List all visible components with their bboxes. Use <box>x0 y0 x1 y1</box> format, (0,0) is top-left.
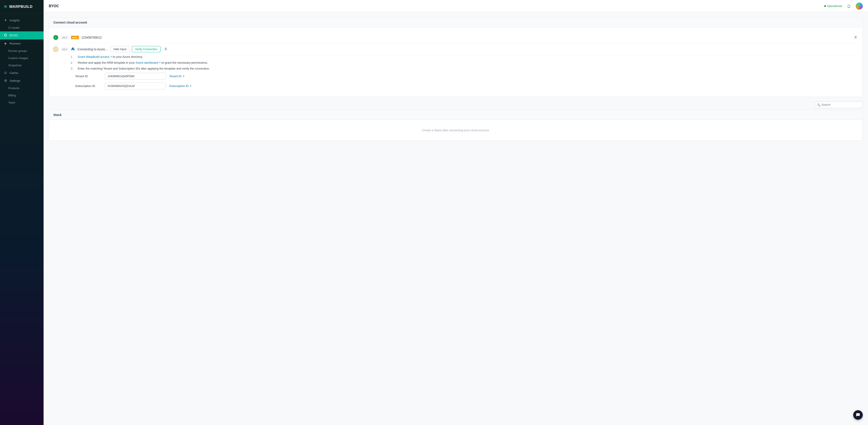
sidebar-item-label: Runners <box>9 42 21 45</box>
logo-icon: ✳ <box>3 4 7 9</box>
aws-provider-logo: aws <box>71 36 79 39</box>
status-dot <box>824 5 826 7</box>
step-number-1: 1 <box>71 55 75 58</box>
settings-icon: ⚙ <box>3 79 7 83</box>
connected-icon: ✓ <box>53 35 58 40</box>
card-header: Connect cloud account <box>49 18 863 27</box>
sidebar-item-products[interactable]: Products <box>0 85 43 92</box>
aws-version-badge: v1.1 <box>61 36 68 39</box>
connect-cloud-account-card: Connect cloud account ✓ v1.1 aws 1234567… <box>49 18 863 97</box>
sidebar-item-label: Runner groups <box>8 49 27 53</box>
byoc-icon <box>3 33 7 37</box>
sidebar-item-ci-health[interactable]: CI health <box>0 24 43 31</box>
topbar: BYOC Operational <box>43 0 868 12</box>
card-body: ✓ v1.1 aws 123456789012 <box>49 27 863 97</box>
step-number-2: 2 <box>71 61 75 64</box>
sidebar-item-label: Settings <box>9 79 20 82</box>
doc-icon[interactable] <box>845 3 852 9</box>
sidebar: ✳ WARPBUILD ✦ Insights CI health BYOC ◈ … <box>0 0 43 425</box>
chat-button[interactable] <box>853 410 863 420</box>
grant-warpbuild-link[interactable]: Grant WarpBuild access ↗ <box>78 55 112 58</box>
step-1-text: Grant WarpBuild access ↗ to your Azure d… <box>78 55 143 58</box>
sidebar-nav: ✦ Insights CI health BYOC ◈ Runners Runn… <box>0 14 43 425</box>
sidebar-item-insights[interactable]: ✦ Insights <box>0 16 43 24</box>
logo: ✳ WARPBUILD <box>0 0 43 14</box>
delete-azure-button[interactable] <box>163 46 168 52</box>
sidebar-item-byoc[interactable]: BYOC <box>0 31 43 39</box>
azure-connecting-text: Connecting to Azure... <box>78 48 107 51</box>
avatar[interactable] <box>856 3 863 9</box>
sidebar-item-label: Team <box>8 101 15 104</box>
tenant-id-input[interactable] <box>105 73 166 80</box>
sidebar-item-label: BYOC <box>9 34 18 37</box>
search-icon: 🔍 <box>817 103 820 107</box>
runners-icon: ◈ <box>3 41 7 45</box>
insights-icon: ✦ <box>3 18 7 22</box>
sidebar-item-label: Custom Images <box>8 56 28 60</box>
aws-account-row: ✓ v1.1 aws 123456789012 <box>53 32 858 43</box>
page-content: Connect cloud account ✓ v1.1 aws 1234567… <box>43 12 868 425</box>
step-2-text: Review and apply the ARM template in you… <box>78 61 208 64</box>
logo-text: WARPBUILD <box>9 5 32 9</box>
sidebar-item-label: Snapshots <box>8 64 22 67</box>
status-badge: Operational <box>824 4 842 8</box>
stack-empty-message: Create a Stack after connecting your clo… <box>49 120 863 141</box>
status-label: Operational <box>827 4 842 8</box>
azure-provider-logo <box>71 47 75 52</box>
search-row: 🔍 <box>49 101 863 108</box>
external-link-icon-sub: ↗ <box>189 84 191 88</box>
aws-account-id: 123456789012 <box>82 36 850 39</box>
azure-dashboard-link[interactable]: Azure dashboard ↗ <box>136 61 161 64</box>
subscription-id-row: Subscription ID Subscription ID ↗ <box>71 83 858 89</box>
tenant-id-link[interactable]: Tenant ID ↗ <box>169 74 185 78</box>
azure-details: 1 Grant WarpBuild access ↗ to your Azure… <box>53 55 858 89</box>
step-3-text: Enter the matching Tenant and Subscripti… <box>78 67 210 70</box>
sidebar-item-settings[interactable]: ⚙ Settings <box>0 77 43 85</box>
external-link-icon-1: ↗ <box>110 55 112 58</box>
cache-icon: ⊙ <box>3 71 7 75</box>
sidebar-item-snapshots[interactable]: Snapshots <box>0 62 43 69</box>
sidebar-item-runner-groups[interactable]: Runner groups <box>0 47 43 55</box>
external-link-icon-2: ↗ <box>159 61 161 64</box>
sidebar-item-label: CI health <box>8 26 20 29</box>
verify-connection-button[interactable]: Verify Connection <box>132 46 161 52</box>
search-input[interactable] <box>815 101 863 108</box>
step-number-3: 3 <box>71 67 75 70</box>
avatar-image <box>856 3 863 9</box>
subscription-id-link[interactable]: Subscription ID ↗ <box>169 84 191 88</box>
subscription-id-input[interactable] <box>105 83 166 89</box>
topbar-right: Operational <box>824 3 863 9</box>
sidebar-item-label: Insights <box>9 19 20 22</box>
tenant-id-label: Tenant ID <box>75 74 101 78</box>
hide-input-button[interactable]: Hide Input <box>110 46 130 52</box>
azure-step-1: 1 Grant WarpBuild access ↗ to your Azure… <box>71 55 858 58</box>
subscription-id-label: Subscription ID <box>75 84 101 88</box>
stack-card: Stack Create a Stack after connecting yo… <box>49 110 863 141</box>
sidebar-item-billing[interactable]: Billing <box>0 92 43 99</box>
tenant-id-row: Tenant ID Tenant ID ↗ <box>71 73 858 80</box>
sidebar-item-cache[interactable]: ⊙ Cache <box>0 69 43 77</box>
sidebar-item-team[interactable]: Team <box>0 99 43 106</box>
sidebar-item-runners[interactable]: ◈ Runners <box>0 39 43 47</box>
pending-icon <box>53 47 58 52</box>
page-title: BYOC <box>49 4 59 8</box>
sidebar-item-label: Cache <box>9 71 18 74</box>
external-link-icon-tenant: ↗ <box>182 74 185 78</box>
azure-step-2: 2 Review and apply the ARM template in y… <box>71 61 858 64</box>
sidebar-item-custom-images[interactable]: Custom Images <box>0 55 43 62</box>
stack-card-header: Stack <box>49 110 863 120</box>
main-content: BYOC Operational Connect cloud account <box>43 0 868 425</box>
azure-account-row: v1.1 Connecting to Azure... Hide Input V… <box>53 43 858 55</box>
search-input-wrap: 🔍 <box>815 101 863 108</box>
azure-actions: Hide Input Verify Connection <box>110 46 161 52</box>
delete-aws-button[interactable] <box>853 34 858 40</box>
azure-version-badge: v1.1 <box>61 48 68 51</box>
azure-step-3: 3 Enter the matching Tenant and Subscrip… <box>71 67 858 70</box>
sidebar-item-label: Products <box>8 87 20 90</box>
sidebar-item-label: Billing <box>8 94 16 97</box>
